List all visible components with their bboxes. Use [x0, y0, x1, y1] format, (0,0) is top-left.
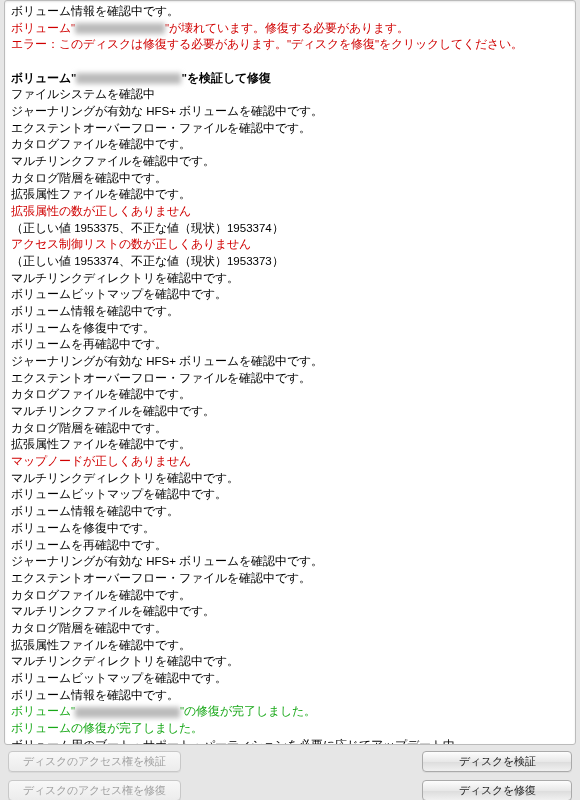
log-line: ジャーナリングが有効な HFS+ ボリュームを確認中です。: [11, 353, 569, 370]
log-line: ボリューム"xxxxxxxx"の修復が完了しました。: [11, 703, 569, 720]
log-line: ボリュームビットマップを確認中です。: [11, 670, 569, 687]
log-line: ボリューム"xxxxxxxx"が壊れています。修復する必要があります。: [11, 20, 569, 37]
log-line: アクセス制御リストの数が正しくありません: [11, 236, 569, 253]
log-line: マップノードが正しくありません: [11, 453, 569, 470]
log-line: マルチリンクファイルを確認中です。: [11, 603, 569, 620]
log-line: カタログファイルを確認中です。: [11, 587, 569, 604]
log-line: ジャーナリングが有効な HFS+ ボリュームを確認中です。: [11, 553, 569, 570]
log-line: 拡張属性ファイルを確認中です。: [11, 186, 569, 203]
log-line: （正しい値 1953374、不正な値（現状）1953373）: [11, 253, 569, 270]
log-line: エクステントオーバーフロー・ファイルを確認中です。: [11, 120, 569, 137]
log-line: カタログ階層を確認中です。: [11, 620, 569, 637]
verify-permissions-button[interactable]: ディスクのアクセス権を検証: [8, 751, 181, 772]
log-line: ボリュームビットマップを確認中です。: [11, 486, 569, 503]
log-line: ボリュームの修復が完了しました。: [11, 720, 569, 737]
log-line: マルチリンクディレクトリを確認中です。: [11, 653, 569, 670]
log-line: 拡張属性ファイルを確認中です。: [11, 637, 569, 654]
log-line: ボリューム用のブート・サポート・パーティションを必要に応じてアップデート中。: [11, 737, 569, 745]
log-line: エクステントオーバーフロー・ファイルを確認中です。: [11, 370, 569, 387]
log-line: カタログ階層を確認中です。: [11, 420, 569, 437]
log-line: （正しい値 1953375、不正な値（現状）1953374）: [11, 220, 569, 237]
log-line: 拡張属性ファイルを確認中です。: [11, 436, 569, 453]
button-row-1: ディスクのアクセス権を検証 ディスクを検証: [0, 745, 580, 774]
log-line: ボリュームを再確認中です。: [11, 537, 569, 554]
log-line: カタログ階層を確認中です。: [11, 170, 569, 187]
log-line: マルチリンクファイルを確認中です。: [11, 403, 569, 420]
log-line: ジャーナリングが有効な HFS+ ボリュームを確認中です。: [11, 103, 569, 120]
repair-permissions-button[interactable]: ディスクのアクセス権を修復: [8, 780, 181, 800]
log-line: ボリュームを修復中です。: [11, 320, 569, 337]
log-line: ボリューム"xxxxxxxx"を検証して修復: [11, 70, 569, 87]
log-line: ボリュームを再確認中です。: [11, 336, 569, 353]
log-line: ボリューム情報を確認中です。: [11, 3, 569, 20]
log-line: ボリュームビットマップを確認中です。: [11, 286, 569, 303]
log-line: ボリューム情報を確認中です。: [11, 503, 569, 520]
redacted-text: xxxxxxxx: [75, 23, 165, 34]
log-line: エラー：このディスクは修復する必要があります。"ディスクを修復"をクリックしてく…: [11, 36, 569, 53]
log-line: [11, 53, 569, 70]
redacted-text: xxxxxxxx: [75, 707, 180, 718]
log-line: ボリュームを修復中です。: [11, 520, 569, 537]
log-panel[interactable]: ボリューム情報を確認中です。ボリューム"xxxxxxxx"が壊れています。修復す…: [4, 0, 576, 745]
repair-disk-button[interactable]: ディスクを修復: [422, 780, 572, 800]
button-row-2: ディスクのアクセス権を修復 ディスクを修復: [0, 774, 580, 800]
redacted-text: xxxxxxxx: [76, 73, 181, 84]
verify-disk-button[interactable]: ディスクを検証: [422, 751, 572, 772]
log-line: 拡張属性の数が正しくありません: [11, 203, 569, 220]
log-line: カタログファイルを確認中です。: [11, 136, 569, 153]
log-line: マルチリンクディレクトリを確認中です。: [11, 270, 569, 287]
log-line: ボリューム情報を確認中です。: [11, 687, 569, 704]
log-line: マルチリンクディレクトリを確認中です。: [11, 470, 569, 487]
log-line: カタログファイルを確認中です。: [11, 386, 569, 403]
log-line: ボリューム情報を確認中です。: [11, 303, 569, 320]
log-line: ファイルシステムを確認中: [11, 86, 569, 103]
log-line: マルチリンクファイルを確認中です。: [11, 153, 569, 170]
log-line: エクステントオーバーフロー・ファイルを確認中です。: [11, 570, 569, 587]
